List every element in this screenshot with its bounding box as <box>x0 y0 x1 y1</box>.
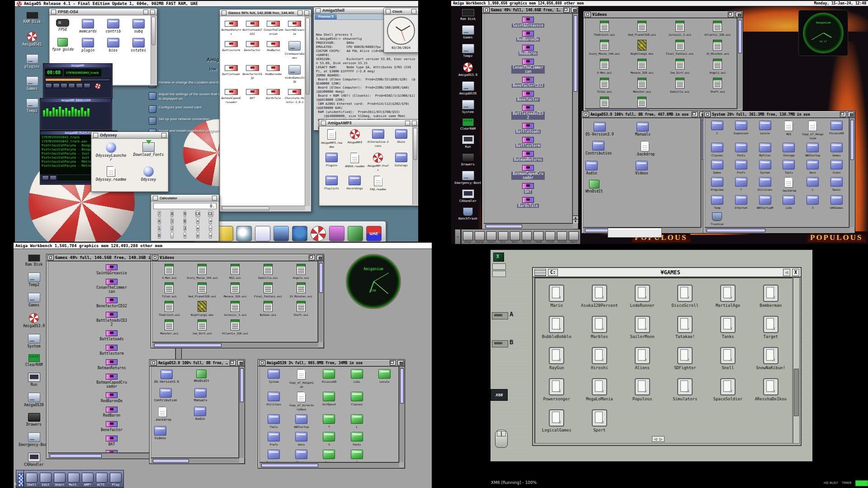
video-file-icon[interactable]: Jurassic_3.avi <box>224 301 247 317</box>
close-icon[interactable] <box>583 112 589 117</box>
file-icon[interactable]: Skins <box>395 129 407 149</box>
video-file-icon[interactable]: Nightlong1.mov <box>191 301 214 317</box>
drawer-icon-item[interactable]: Fonts <box>735 143 747 157</box>
dock-tool[interactable]: Play <box>110 473 122 487</box>
close-button[interactable]: X <box>792 269 799 276</box>
close-icon[interactable] <box>704 112 711 117</box>
drawer-icon-item[interactable]: .backdrop <box>782 177 797 192</box>
drawer-icon-item[interactable]: UAEGames <box>830 195 843 210</box>
depth-icon[interactable] <box>212 196 217 201</box>
game-folder-icon[interactable]: Aliens <box>635 347 650 370</box>
game-folder-icon[interactable]: LodeRunner <box>630 285 655 308</box>
game-item[interactable]: RedBaronDe <box>101 392 123 403</box>
game-item[interactable]: Battletoads <box>100 330 124 341</box>
game-icon[interactable]: BatmanCapedCrusader <box>221 89 241 104</box>
video-file-icon[interactable]: MI2.avi <box>229 264 241 280</box>
depth-icon[interactable] <box>304 10 309 15</box>
drawer-icon-item[interactable]: Rexxc <box>323 450 335 462</box>
game-folder-icon[interactable]: Hiroshi <box>591 347 608 370</box>
video-file-icon[interactable]: Angels.avi <box>709 59 726 75</box>
game-item[interactable]: ConanTheCimmerian <box>511 59 545 74</box>
video-file-icon[interactable]: Final_Fantasi.avi <box>254 282 282 298</box>
install-dock-icon[interactable] <box>348 226 363 241</box>
file-icon[interactable]: OdysseyLauncher <box>95 142 127 162</box>
game-item[interactable]: Battlestorm <box>100 345 124 356</box>
scrollbar[interactable] <box>151 15 156 84</box>
drawer-icon-item[interactable]: Prefs <box>735 160 747 174</box>
game-item[interactable]: BenefactorCD32 <box>512 77 544 88</box>
drawer-icon-item[interactable]: Picasso96 <box>322 369 337 389</box>
calculator-key[interactable]: 1 <box>158 225 161 231</box>
h-scrollbar[interactable] <box>152 342 318 348</box>
game-folder-icon[interactable]: Populous <box>632 378 652 401</box>
drawer-icon-item[interactable]: Contribution <box>154 388 177 403</box>
dock-tool[interactable]: Drvc <box>498 231 508 243</box>
desktop-icon[interactable]: Games <box>18 76 47 91</box>
uae-dock-icon[interactable]: UAE <box>366 226 382 241</box>
drawer-icon-item[interactable] <box>380 432 389 446</box>
file-icon[interactable]: sstates <box>131 38 146 52</box>
drawer-icon-item[interactable]: WBStartup <box>805 143 820 157</box>
game-folder-icon[interactable]: Mario <box>549 285 564 308</box>
game-icon[interactable]: Benefactor <box>244 41 260 60</box>
h-scrollbar[interactable] <box>259 462 399 468</box>
drawer-icon-item[interactable]: Copy_of_Amiganium <box>802 121 824 140</box>
drawer-icon-item[interactable]: Tools <box>268 414 280 429</box>
drawer-icon-item[interactable]: Manuals <box>635 122 651 136</box>
close-icon[interactable] <box>386 9 391 14</box>
game-item[interactable]: BAT <box>106 436 118 446</box>
drawer-icon-item[interactable]: Devs <box>295 432 307 446</box>
game-folder-icon[interactable]: Asuka120Percent <box>581 285 618 308</box>
video-file-icon[interactable]: 15_Minutes.avi <box>289 282 312 298</box>
desktop-icon[interactable]: ClearRAM <box>453 118 483 131</box>
calculator-key[interactable]: 5 <box>170 218 174 224</box>
dock-handle[interactable]: ▾ <box>457 235 459 239</box>
close-icon[interactable] <box>152 255 158 260</box>
dock-tool[interactable]: Englap <box>475 231 485 243</box>
close-icon[interactable] <box>259 360 265 366</box>
drawer-icon-item[interactable]: S <box>323 432 335 446</box>
drawer-icon-item[interactable]: Locale <box>759 121 771 140</box>
game-icon[interactable]: VideoGamesIn3D <box>284 65 305 84</box>
desktop-icon[interactable]: Amiga0541 <box>18 32 47 47</box>
file-icon[interactable]: Odyssey <box>141 166 156 182</box>
drawer-icon-item[interactable]: System <box>268 369 280 389</box>
sx-palette-icon[interactable]: X <box>493 253 504 262</box>
drawer-icon-item[interactable]: Fonts <box>351 432 363 446</box>
game-folder-icon[interactable]: Snell <box>720 347 736 370</box>
zoom-icon[interactable] <box>563 7 570 13</box>
zoom-icon[interactable] <box>692 112 698 117</box>
zoom-icon[interactable] <box>309 255 315 260</box>
drive-selector[interactable]: C: <box>548 269 558 276</box>
depth-icon[interactable] <box>848 112 854 117</box>
floppy-slot-a[interactable] <box>492 312 508 319</box>
close-icon[interactable] <box>222 10 226 15</box>
drawer-icon-item[interactable]: .backdrop <box>154 407 171 422</box>
drawer-icon-item[interactable]: C <box>351 450 363 462</box>
file-icon[interactable]: FPSE <box>56 19 69 33</box>
desktop-icon[interactable]: Ram Disk <box>453 9 483 21</box>
game-item[interactable]: RedBaron <box>519 45 538 56</box>
drawer-icon-item[interactable]: T <box>735 177 747 192</box>
game-icon[interactable]: BattletoadsCD32 <box>242 21 263 36</box>
file-icon[interactable]: AmigaAMP-Prefs <box>367 153 389 172</box>
video-file-icon[interactable]: Titan.avi <box>162 282 177 298</box>
h-scrollbar[interactable] <box>705 227 849 233</box>
h-scrollbar[interactable] <box>151 458 239 464</box>
drawer-icon-item[interactable]: L <box>807 177 819 192</box>
dock-tool[interactable]: ACTI. <box>96 473 108 487</box>
iconify-icon[interactable] <box>405 121 410 126</box>
desktop-icon[interactable]: Drawers <box>453 153 483 167</box>
file-icon[interactable]: AREXX.readme <box>345 153 364 172</box>
video-file-icon[interactable]: Red_Planet320.avi <box>628 21 656 37</box>
close-icon[interactable] <box>316 8 321 13</box>
video-file-icon[interactable]: TheGrinch.avi <box>594 21 615 37</box>
game-folder-icon[interactable]: BubbleBobble <box>542 316 571 339</box>
dock-tool[interactable]: Share <box>569 231 579 243</box>
desktop-icon[interactable]: Run <box>453 135 483 149</box>
game-folder-icon[interactable]: Tatakae! <box>675 316 695 339</box>
depth-icon[interactable] <box>412 121 417 126</box>
dock-tool[interactable]: Unarc <box>54 473 66 487</box>
calculator-key[interactable]: ± <box>196 232 199 239</box>
desktop-icon[interactable]: ClearRAM <box>18 354 50 367</box>
